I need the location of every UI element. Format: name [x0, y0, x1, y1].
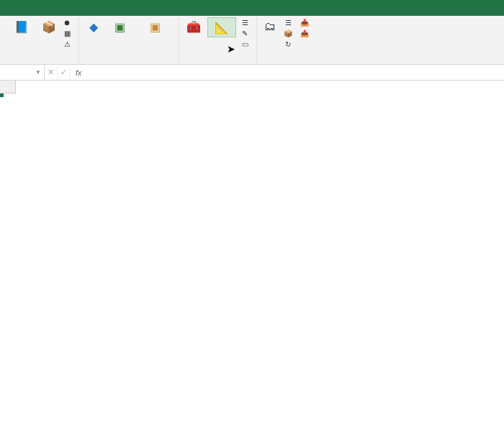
group-controls: 🧰 📐 ☰ ✎ ▭: [179, 17, 257, 64]
relative-ref-button[interactable]: ▦: [61, 28, 75, 38]
props-icon: ☰: [240, 18, 249, 27]
com-addin-icon: ▣: [147, 19, 163, 35]
visual-basic-button[interactable]: 📘: [6, 17, 37, 36]
run-dialog-button[interactable]: ▭: [239, 39, 253, 49]
cancel-formula-button[interactable]: ✕: [45, 65, 58, 80]
selection-box: [0, 94, 3, 96]
ribbon: 📘 📦 ⏺ ▦ ⚠ ◆ ▣: [0, 16, 504, 65]
xml-import-button[interactable]: 📥: [299, 17, 312, 27]
menu-tabs: [0, 0, 504, 16]
spreadsheet-grid: [0, 81, 504, 423]
addin-icon: ◆: [86, 19, 102, 35]
insert-control-icon: 🧰: [186, 19, 202, 35]
rundialog-icon: ▭: [240, 40, 249, 48]
group-xml: 🗂 ☰ 📦 ↻ 📥 📤: [257, 17, 316, 64]
expansion-pack-button[interactable]: 📦: [282, 28, 296, 38]
viewcode-icon: ✎: [240, 29, 249, 37]
excel-addin-icon: ▣: [112, 19, 127, 35]
macro-security-button[interactable]: ⚠: [61, 39, 75, 49]
refresh-data-button[interactable]: ↻: [282, 39, 296, 49]
relref-icon: ▦: [63, 29, 71, 37]
name-box[interactable]: ▼: [0, 65, 45, 80]
properties-button[interactable]: ☰: [239, 17, 253, 27]
fill-handle[interactable]: [0, 94, 4, 97]
insert-control-button[interactable]: 🧰: [183, 17, 204, 36]
chevron-down-icon: ▼: [35, 69, 41, 76]
view-code-button[interactable]: ✎: [239, 28, 253, 38]
expansion-icon: 📦: [284, 29, 292, 37]
refresh-icon: ↻: [284, 40, 292, 48]
macro-icon: 📦: [41, 19, 57, 35]
excel-addins-button[interactable]: ▣: [107, 17, 132, 36]
select-all-corner[interactable]: [0, 81, 16, 94]
fx-icon: fx: [71, 68, 86, 77]
map-props-button[interactable]: ☰: [282, 17, 296, 27]
formula-input[interactable]: [86, 65, 504, 80]
xml-source-icon: 🗂: [262, 19, 278, 35]
addins-button[interactable]: ◆: [83, 17, 104, 36]
mapprops-icon: ☰: [284, 18, 292, 27]
group-xml-label: [261, 63, 312, 64]
formula-bar: ▼ ✕ ✓ fx: [0, 65, 504, 81]
com-addins-button[interactable]: ▣: [135, 17, 175, 36]
group-addins: ◆ ▣ ▣: [79, 17, 179, 64]
xml-export-button[interactable]: 📤: [299, 28, 312, 38]
design-mode-button[interactable]: 📐: [207, 17, 236, 37]
security-icon: ⚠: [63, 40, 71, 48]
vb-icon: 📘: [14, 19, 30, 35]
group-code: 📘 📦 ⏺ ▦ ⚠: [3, 17, 79, 64]
record-icon: ⏺: [63, 18, 71, 27]
design-mode-icon: 📐: [214, 19, 230, 35]
record-macro-button[interactable]: ⏺: [61, 17, 75, 27]
group-controls-label: [183, 63, 253, 64]
import-icon: 📥: [300, 18, 309, 27]
macros-button[interactable]: 📦: [40, 17, 58, 36]
xml-source-button[interactable]: 🗂: [261, 17, 279, 36]
group-addins-label: [83, 63, 175, 64]
enter-formula-button[interactable]: ✓: [58, 65, 71, 80]
group-code-label: [6, 63, 75, 64]
export-icon: 📤: [300, 29, 309, 37]
